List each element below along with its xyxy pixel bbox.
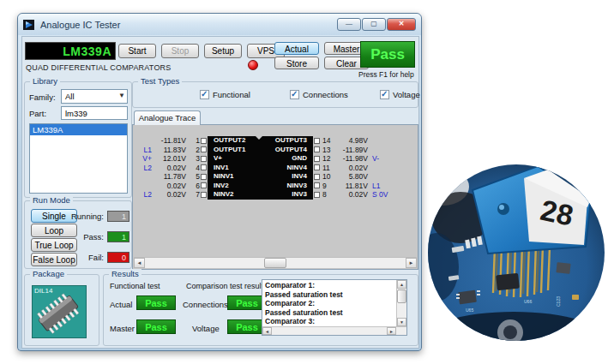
pin11-voltage: 0.02V [332, 164, 368, 173]
comparison-test-header: Comparison test results [186, 282, 268, 290]
connections-checkbox-label: Connections [303, 90, 348, 99]
pinout-diagram: -11.81V1OUTPUT2OUTPUT3144.98V L111.83V2O… [135, 136, 399, 200]
pin12-pad-icon [314, 156, 320, 162]
pin14-pad-icon [314, 138, 320, 144]
pin-row-5: 11.78V5NINV1INV4105.80V [135, 172, 399, 182]
pin9-number: 9 [320, 182, 332, 191]
pin2-number: 2 [190, 146, 200, 155]
window-title: Analogue IC Tester [40, 20, 120, 30]
part-input[interactable]: lm339 [61, 106, 128, 120]
pin14-voltage: 4.98V [332, 136, 368, 146]
voltage-option: Voltage [380, 90, 420, 99]
log-scroll-right-icon[interactable]: ► [387, 327, 396, 335]
test-types-group: Test Types Functional Connections Voltag… [132, 81, 418, 108]
minimize-button[interactable]: — [337, 18, 361, 31]
pin5-pad-icon [201, 174, 207, 180]
pcb-photo-art: U65 U66 C123 [428, 164, 605, 341]
pin1-logic [135, 136, 152, 146]
pin1-voltage: -11.81V [152, 136, 186, 146]
trace-horizontal-scrollbar[interactable]: ◄ ► [134, 257, 417, 268]
master-result-led: Pass [136, 319, 176, 334]
maximize-button[interactable]: ▢ [362, 18, 386, 31]
family-select[interactable]: All ▼ [61, 89, 128, 104]
pin2-pad-icon [201, 146, 207, 152]
run-mode-group: Run Mode Single Loop True Loop False Loo… [24, 200, 132, 269]
connections-checkbox[interactable] [290, 90, 299, 99]
pin7-number: 7 [190, 190, 200, 200]
scroll-right-icon[interactable]: ► [406, 258, 417, 268]
log-scroll-left-icon[interactable]: ◄ [262, 327, 272, 335]
clip-pin-count-label: 28 [538, 194, 576, 232]
log-vertical-scrollbar[interactable]: ▲ ▼ [396, 280, 406, 326]
pin8-number: 8 [320, 190, 332, 200]
part-list-item-selected[interactable]: LM339A [30, 124, 127, 135]
setup-button[interactable]: Setup [204, 44, 242, 58]
result-log[interactable]: Comparator 1: Passed saturation test Com… [262, 279, 407, 336]
pin1-pad-icon [201, 138, 207, 144]
pin13-pad-icon [314, 146, 320, 152]
pin2-logic: L1 [135, 146, 152, 155]
pin3-logic: V+ [135, 154, 152, 164]
scroll-down-icon[interactable]: ▼ [397, 318, 406, 326]
pin4-voltage: 0.02V [152, 164, 186, 173]
help-hint: Press F1 for help [358, 70, 414, 79]
pin10-number: 10 [320, 172, 332, 182]
pin-row-3: V+12.01V3V+GND12-11.98VV- [135, 154, 399, 164]
log-vscroll-thumb[interactable] [397, 289, 406, 303]
part-list[interactable]: LM339A [29, 123, 128, 194]
pcb-label-c123: C123 [556, 296, 561, 307]
pin-row-6: 0.02V6INV2NINV3911.81VL1 [135, 182, 399, 191]
pass-count: 1 [107, 231, 129, 242]
trace-scroll-thumb[interactable] [264, 258, 286, 268]
functional-checkbox[interactable] [200, 90, 209, 99]
pin13-voltage: -11.89V [332, 146, 368, 155]
pin12-name: GND [261, 154, 313, 164]
package-image: DIL14 [32, 285, 87, 338]
running-label: Running: [66, 212, 104, 221]
pin7-pad-icon [201, 192, 207, 198]
pin9-pad-icon [314, 182, 320, 188]
dut-ic [496, 273, 520, 291]
pin12-number: 12 [320, 154, 332, 164]
library-group: Library Family: All ▼ Part: lm339 LM339A [24, 81, 132, 198]
analogue-trace-tab[interactable]: Analogue Trace [134, 110, 201, 125]
connections-option: Connections [290, 90, 348, 99]
family-value: All [65, 92, 75, 101]
voltage-checkbox-label: Voltage [393, 90, 420, 99]
pin11-name: NINV4 [261, 164, 313, 173]
pin-row-2: L111.83V2OUTPUT1OUTPUT413-11.89V [135, 146, 399, 155]
stop-button[interactable]: Stop [161, 44, 199, 58]
voltage-checkbox[interactable] [380, 90, 389, 99]
titlebar[interactable]: Analogue IC Tester — ▢ ✕ [18, 14, 421, 35]
close-button[interactable]: ✕ [387, 18, 416, 31]
pcb-label-u65: U65 [466, 307, 473, 313]
pin14-logic [368, 136, 399, 146]
pin7-voltage: 0.02V [152, 190, 186, 200]
pin5-voltage: 11.78V [152, 172, 186, 182]
master-result-label: Master [110, 324, 135, 333]
actual-result-label: Actual [110, 300, 132, 309]
pcb-label-u66: U66 [524, 299, 532, 304]
scroll-left-icon[interactable]: ◄ [134, 258, 145, 268]
screenshot-stage: Analogue IC Tester — ▢ ✕ LM339A Start St… [0, 0, 608, 364]
log-horizontal-scrollbar[interactable]: ◄ ► [262, 326, 406, 335]
pin7-name: NINV2 [208, 190, 261, 200]
start-button[interactable]: Start [118, 44, 156, 58]
store-button[interactable]: Store [274, 57, 319, 69]
running-count: 1 [107, 211, 129, 222]
overall-result-panel: Pass [360, 41, 415, 68]
pin10-voltage: 5.80V [332, 172, 368, 182]
functional-option: Functional [200, 90, 250, 99]
pin4-name: INV1 [208, 164, 261, 173]
actual-button[interactable]: Actual [274, 42, 319, 55]
pin11-pad-icon [314, 164, 320, 170]
chip-notch-icon [256, 136, 262, 140]
pin8-name: INV3 [261, 190, 313, 200]
scroll-up-icon[interactable]: ▲ [397, 280, 406, 289]
pin3-pad-icon [201, 156, 207, 162]
device-description: QUAD DIFFERENTIAL COMPARATORS [26, 63, 171, 72]
pin4-pad-icon [201, 164, 207, 170]
library-group-title: Library [30, 76, 60, 86]
pin14-name: OUTPUT3 [261, 136, 313, 146]
run-mode-group-title: Run Mode [30, 195, 73, 205]
